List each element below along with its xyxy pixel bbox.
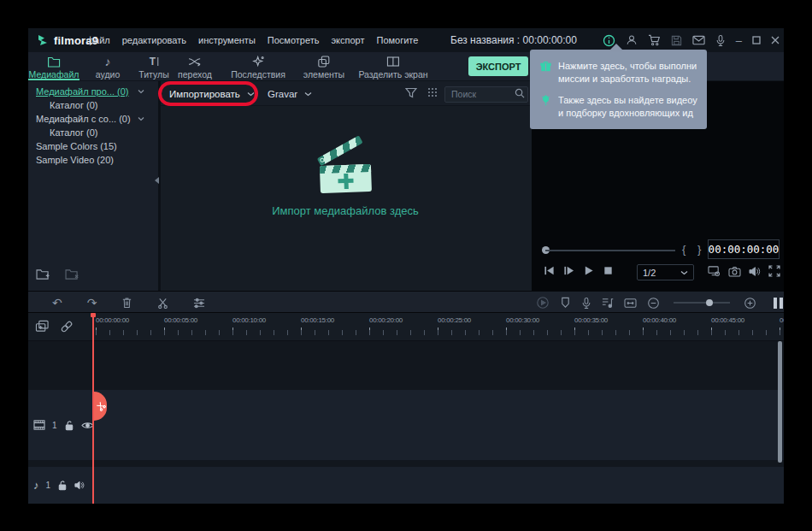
microphone-icon[interactable] xyxy=(715,34,726,47)
media-empty-state[interactable]: Импорт медиафайлов здесь xyxy=(161,143,530,217)
sidebar-item-sample-video[interactable]: Sample Video (20) xyxy=(28,153,158,167)
media-toolbar: Импортировать Gravar xyxy=(161,81,530,106)
tab-effects[interactable]: Последствия xyxy=(231,56,285,80)
mark-out-icon[interactable]: } xyxy=(697,243,701,256)
layers-icon xyxy=(318,56,330,68)
close-button[interactable] xyxy=(771,36,780,44)
previous-frame-button[interactable] xyxy=(544,265,555,276)
fit-timeline-icon[interactable] xyxy=(624,298,637,309)
tab-split-screen[interactable]: Разделить экран xyxy=(358,56,427,80)
render-preview-icon[interactable] xyxy=(536,296,550,310)
video-track[interactable]: 1 xyxy=(28,390,784,460)
menu-edit[interactable]: редактировать xyxy=(122,35,186,45)
sparkle-icon xyxy=(252,56,264,68)
clapperboard-icon xyxy=(317,142,374,195)
volume-icon[interactable] xyxy=(749,266,761,277)
mark-in-icon[interactable]: { xyxy=(682,243,685,256)
tab-elements[interactable]: элементы xyxy=(303,56,344,80)
playhead-handle[interactable] xyxy=(91,313,96,317)
menu-export[interactable]: экспорт xyxy=(331,35,364,45)
music-note-icon: ♪ xyxy=(105,56,111,68)
mute-track-icon[interactable] xyxy=(74,481,85,490)
redo-icon[interactable]: ↷ xyxy=(87,297,97,309)
search-icon[interactable] xyxy=(515,88,525,98)
manage-tracks-icon[interactable] xyxy=(35,320,50,333)
lock-track-icon[interactable] xyxy=(64,420,74,431)
snapshot-icon[interactable] xyxy=(728,266,741,277)
ruler-label: 00:00:20:00 xyxy=(369,316,403,324)
audio-mixer-icon[interactable] xyxy=(602,297,614,309)
audio-track-number: 1 xyxy=(46,481,51,490)
audio-track-icon: ♪ xyxy=(33,480,39,491)
chevron-down-icon[interactable] xyxy=(138,116,144,121)
ruler-icons xyxy=(35,320,74,333)
sidebar-item-project-media[interactable]: Медиафайл про... (0) xyxy=(28,85,158,98)
titlebar-icons: – xyxy=(603,28,780,52)
tooltip-item-ideas: Также здесь вы найдете видеоу и подборку… xyxy=(540,94,698,120)
preview-option-icons xyxy=(708,265,780,277)
timeline-ruler[interactable]: 00:00:00:00 00:00:05:00 00:00:10:00 00:0… xyxy=(28,313,784,341)
marker-icon[interactable] xyxy=(560,297,571,309)
edit-tools: ↶ ↷ xyxy=(52,292,205,314)
export-button[interactable]: ЭКСПОРТ xyxy=(468,56,528,76)
timeline-scrollbar[interactable] xyxy=(778,341,782,463)
delete-folder-icon[interactable] xyxy=(65,268,79,280)
chevron-down-icon[interactable] xyxy=(138,89,144,94)
next-frame-button[interactable] xyxy=(563,265,574,276)
tab-titles[interactable]: T Титулы xyxy=(138,56,168,80)
sidebar-item-catalog-1[interactable]: Каталог (0) xyxy=(28,98,158,112)
add-folder-icon[interactable] xyxy=(36,268,50,280)
cart-icon[interactable] xyxy=(648,34,661,46)
grid-view-icon[interactable] xyxy=(427,87,439,99)
sidebar-item-shared-media[interactable]: Медиафайл с со... (0) xyxy=(28,112,158,126)
account-icon[interactable] xyxy=(626,34,638,46)
titlebar: filmora9 файл редактировать инструменты … xyxy=(28,28,784,52)
tab-transitions[interactable]: переход xyxy=(178,56,212,80)
lock-track-icon[interactable] xyxy=(57,480,68,491)
play-button[interactable] xyxy=(583,265,594,276)
zoom-slider-knob[interactable] xyxy=(706,299,713,306)
menu-tools[interactable]: инструменты xyxy=(198,35,256,45)
record-dropdown[interactable]: Gravar xyxy=(268,81,312,106)
sidebar-folder-actions xyxy=(36,268,79,280)
menu-help[interactable]: Помогите xyxy=(377,35,419,45)
ruler-label: 00:00:35:00 xyxy=(574,316,608,324)
maximize-button[interactable] xyxy=(752,36,761,44)
ruler-label: 00:00:25:00 xyxy=(438,316,471,324)
scrubber-track[interactable] xyxy=(545,250,675,251)
audio-track[interactable]: ♪ 1 xyxy=(28,467,784,504)
minimize-button[interactable]: – xyxy=(736,34,742,47)
delete-icon[interactable] xyxy=(121,297,132,309)
sidebar-item-catalog-2[interactable]: Каталог (0) xyxy=(28,126,158,139)
display-ratio-dropdown[interactable]: 1/2 xyxy=(637,264,694,280)
video-track-header: 1 xyxy=(33,390,94,460)
undo-icon[interactable]: ↶ xyxy=(52,297,62,309)
stop-button[interactable] xyxy=(603,265,614,276)
cut-icon[interactable] xyxy=(157,298,168,309)
menu-file[interactable]: файл xyxy=(86,35,110,45)
display-settings-icon[interactable] xyxy=(708,265,721,277)
media-folder-list: Медиафайл про... (0) Каталог (0) Медиафа… xyxy=(28,81,158,167)
collapse-sidebar-icon[interactable] xyxy=(155,177,159,184)
filter-icon[interactable] xyxy=(405,87,417,99)
tab-audio[interactable]: ♪ аудио xyxy=(96,56,120,80)
import-dropdown[interactable]: Импортировать xyxy=(169,81,255,106)
link-icon[interactable] xyxy=(60,320,74,333)
record-voiceover-icon[interactable] xyxy=(581,297,591,310)
fullscreen-icon[interactable] xyxy=(768,265,780,277)
adjust-icon[interactable] xyxy=(193,298,205,309)
ruler-label: 00:00:00:00 xyxy=(96,316,129,324)
save-icon[interactable] xyxy=(671,35,682,46)
zoom-out-icon[interactable] xyxy=(647,297,660,310)
tab-media[interactable]: Медиафайл xyxy=(29,56,79,80)
panel-layout-icon[interactable] xyxy=(774,298,783,309)
timeline-panel: 00:00:00:00 00:00:05:00 00:00:10:00 00:0… xyxy=(28,313,784,504)
chevron-down-icon xyxy=(680,270,688,275)
zoom-in-icon[interactable] xyxy=(744,297,756,310)
zoom-slider[interactable] xyxy=(674,302,730,304)
menu-view[interactable]: Посмотреть xyxy=(268,35,320,45)
mail-icon[interactable] xyxy=(692,35,705,45)
sidebar-item-sample-colors[interactable]: Sample Colors (15) xyxy=(28,139,158,153)
split-screen-icon xyxy=(386,56,399,68)
timeline-view-tools xyxy=(536,292,783,314)
